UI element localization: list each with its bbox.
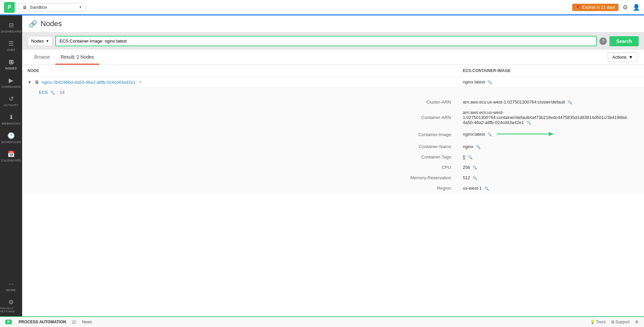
- sidebar-item-webhooks[interactable]: ⬇ WEBHOOKS: [0, 110, 22, 129]
- sidebar-label-nodes: NODES: [5, 67, 17, 70]
- bottom-settings-icon[interactable]: ⚙: [635, 320, 639, 324]
- search-button[interactable]: Search: [609, 36, 639, 46]
- search-icon-container-name[interactable]: 🔍: [476, 145, 481, 149]
- table-row: ▼ 🖥 nginx-3b4196bd-4a50-46a2-a8fb-024cd4…: [22, 77, 644, 88]
- detail-row-cpu: CPU: 256 🔍: [22, 162, 644, 173]
- chevron-down-icon: ▼: [79, 5, 82, 9]
- sidebar-item-commands[interactable]: ▶ COMMANDS: [0, 73, 22, 92]
- actions-arrow-icon: ▼: [629, 55, 633, 60]
- search-icon-cpu[interactable]: 🔍: [473, 166, 477, 170]
- external-link-icon[interactable]: ↗: [138, 80, 142, 85]
- detail-value-container-image: nginx:latest 🔍: [458, 128, 644, 141]
- user-icon[interactable]: 👤: [633, 4, 640, 11]
- search-type-arrow-icon: ▼: [46, 39, 49, 43]
- detail-row-memory-reservation: Memory-Reservation: 512 🔍: [22, 173, 644, 183]
- sidebar-item-nodes[interactable]: ⊞ NODES: [0, 55, 22, 73]
- sidebar-item-project-settings[interactable]: ⚙ PROJECT SETTINGS: [0, 295, 22, 316]
- page-title: Nodes: [41, 19, 62, 28]
- search-icon-container-arn[interactable]: 🔍: [527, 121, 531, 125]
- tours-link[interactable]: 💡 Tours: [590, 320, 606, 324]
- search-icon-container-tags[interactable]: 🔍: [468, 155, 473, 159]
- expires-badge: 🚩 Expires in 21 days: [572, 4, 619, 11]
- sidebar-label-schedules: SCHEDULES: [1, 140, 21, 144]
- tab-browse[interactable]: Browse: [29, 50, 55, 65]
- sidebar-label-activity: ACTIVITY: [4, 104, 19, 107]
- node-link[interactable]: nginx-3b4196bd-4a50-46a2-a8fb-024cd43a42…: [42, 80, 136, 85]
- ecs-section-header: ECS 🔍 14: [22, 88, 644, 97]
- detail-row-container-arn: Container-ARN: arn:aws:ecs:us-west-1:027…: [22, 107, 644, 128]
- news-label[interactable]: News: [82, 320, 92, 324]
- detail-label-memory-reservation: Memory-Reservation:: [22, 173, 458, 183]
- sidebar-label-project-settings: PROJECT SETTINGS: [0, 307, 22, 313]
- project-settings-icon: ⚙: [8, 299, 14, 306]
- settings-icon[interactable]: ⚙: [623, 4, 628, 11]
- sidebar-label-more: MORE: [6, 288, 16, 292]
- news-icon: 📰: [71, 320, 76, 324]
- sidebar-item-calendars[interactable]: 📅 CALENDARS: [0, 147, 22, 166]
- actions-button[interactable]: Actions ▼: [608, 52, 637, 62]
- detail-label-container-arn: Container-ARN:: [22, 107, 458, 128]
- sidebar-item-schedules[interactable]: 🕐 SCHEDULES: [0, 129, 22, 147]
- search-icon-cluster-arn[interactable]: 🔍: [568, 100, 572, 104]
- search-icon-container-image[interactable]: 🔍: [487, 132, 492, 136]
- sidebar-label-webhooks: WEBHOOKS: [1, 122, 20, 125]
- dashboard-icon: ⊟: [9, 21, 14, 29]
- search-help-button[interactable]: ?: [599, 38, 607, 45]
- detail-row-container-image: Container-Image: nginx:latest 🔍: [22, 128, 644, 141]
- ecs-expand-link[interactable]: ECS: [39, 90, 48, 95]
- main-layout: ⊟ DASHBOARD ☰ JOBS ⊞ NODES ▶ COMMANDS ↺ …: [0, 15, 644, 316]
- detail-value-cluster-arn: arn:aws:ecs:us-west-1:027501300764:clust…: [458, 97, 644, 107]
- col-node-header: NODE: [22, 65, 458, 77]
- ecs-section-cell: ECS 🔍 14: [22, 88, 644, 97]
- tours-icon: 💡: [590, 320, 595, 324]
- detail-value-container-tags: [] 🔍: [458, 152, 644, 162]
- nodes-icon: ⊞: [9, 58, 14, 66]
- sidebar-label-jobs: JOBS: [7, 48, 15, 52]
- ecs-search-icon[interactable]: 🔍: [50, 90, 55, 94]
- sidebar-label-dashboard: DASHBOARD: [1, 30, 21, 33]
- bottom-brand: PROCESS AUTOMATION: [18, 320, 66, 324]
- sidebar-item-dashboard[interactable]: ⊟ DASHBOARD: [0, 18, 22, 37]
- search-input-wrap: [55, 36, 597, 46]
- detail-value-memory-reservation: 512 🔍: [458, 173, 644, 183]
- support-icon: ⊞: [611, 320, 614, 324]
- sandbox-selector[interactable]: 🖥 Sandbox ▼: [19, 3, 86, 12]
- sidebar-label-commands: COMMANDS: [1, 85, 21, 88]
- support-link[interactable]: ⊞ Support: [611, 320, 630, 324]
- search-input[interactable]: [56, 37, 596, 46]
- search-icon-region[interactable]: 🔍: [484, 186, 489, 190]
- nodes-page-icon: 🔗: [29, 20, 37, 28]
- sidebar: ⊟ DASHBOARD ☰ JOBS ⊞ NODES ▶ COMMANDS ↺ …: [0, 15, 22, 316]
- sidebar-item-more[interactable]: ··· MORE: [0, 277, 22, 295]
- detail-label-container-name: Container-Name:: [22, 141, 458, 152]
- ecs-count: 14: [60, 90, 64, 95]
- more-icon: ···: [8, 280, 13, 287]
- detail-value-container-arn: arn:aws:ecs:us-west-1:027501300764:conta…: [458, 107, 644, 128]
- search-bar: Nodes ▼ ? Search: [22, 32, 644, 50]
- app-logo: P: [4, 2, 15, 13]
- results-area[interactable]: NODE ECS:CONTAINER-IMAGE ▼ 🖥 nginx-3b419…: [22, 65, 644, 316]
- activity-icon: ↺: [9, 95, 14, 103]
- collapse-toggle[interactable]: ▼: [28, 80, 32, 85]
- commands-icon: ▶: [9, 77, 13, 84]
- bottom-bar: P PROCESS AUTOMATION 📰 News 💡 Tours ⊞ Su…: [0, 316, 644, 327]
- expires-text: Expires in 21 days: [582, 5, 615, 10]
- support-label: Support: [615, 320, 630, 324]
- page-header: 🔗 Nodes: [22, 15, 644, 32]
- detail-row-container-tags: Container-Tags: [] 🔍: [22, 152, 644, 162]
- detail-label-cluster-arn: Cluster-ARN:: [22, 97, 458, 107]
- tab-result[interactable]: Result: 2 Nodes: [55, 50, 100, 65]
- tabs-area: Browse Result: 2 Nodes Actions ▼: [22, 50, 644, 65]
- bottom-links: 💡 Tours ⊞ Support ⚙: [590, 320, 639, 324]
- schedules-icon: 🕐: [7, 132, 15, 139]
- sandbox-icon: 🖥: [22, 5, 27, 10]
- sidebar-item-jobs[interactable]: ☰ JOBS: [0, 37, 22, 55]
- results-table: NODE ECS:CONTAINER-IMAGE ▼ 🖥 nginx-3b419…: [22, 65, 644, 193]
- sidebar-item-activity[interactable]: ↺ ACTIVITY: [0, 92, 22, 110]
- search-icon-ecs[interactable]: 🔍: [487, 80, 492, 84]
- topbar-icons: ⚙ 👤: [623, 4, 640, 11]
- server-icon: 🖥: [35, 79, 39, 85]
- search-icon-memory-reservation[interactable]: 🔍: [473, 176, 477, 180]
- search-type-button[interactable]: Nodes ▼: [28, 36, 53, 46]
- sidebar-label-calendars: CALENDARS: [1, 159, 21, 162]
